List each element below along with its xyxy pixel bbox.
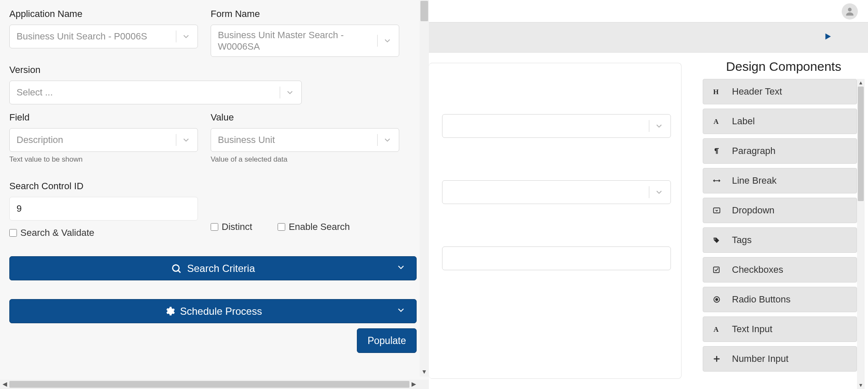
field-label: Field bbox=[9, 112, 198, 123]
field-select[interactable]: Description bbox=[9, 128, 198, 152]
canvas-dropdown-2[interactable] bbox=[442, 180, 671, 204]
textinput-icon: A bbox=[712, 325, 722, 333]
number-icon bbox=[712, 355, 722, 363]
svg-text:A: A bbox=[714, 325, 719, 333]
toolbar bbox=[429, 22, 868, 53]
checkboxes-icon bbox=[712, 266, 722, 274]
form-name-value: Business Unit Master Search - W0006SA bbox=[218, 29, 372, 53]
component-label[interactable]: ALabel bbox=[703, 109, 857, 134]
component-checkboxes[interactable]: Checkboxes bbox=[703, 257, 857, 283]
chevron-down-icon bbox=[181, 32, 191, 41]
scroll-right-icon[interactable]: ▶ bbox=[412, 381, 416, 387]
component-label: Label bbox=[732, 116, 755, 127]
scrollbar-thumb[interactable] bbox=[858, 87, 864, 201]
search-validate-label: Search & Validate bbox=[20, 227, 94, 238]
play-icon bbox=[823, 32, 832, 41]
component-label: Paragraph bbox=[732, 146, 776, 157]
component-label: Header Text bbox=[732, 86, 782, 97]
paragraph-icon bbox=[712, 147, 722, 155]
scrollbar-thumb[interactable] bbox=[9, 381, 409, 388]
config-panel: Application Name Business Unit Search - … bbox=[0, 0, 429, 389]
enable-search-input[interactable] bbox=[278, 223, 285, 231]
component-label: Line Break bbox=[732, 175, 776, 186]
component-dropdown[interactable]: Dropdown bbox=[703, 198, 857, 223]
search-control-input[interactable] bbox=[9, 197, 198, 221]
application-name-value: Business Unit Search - P0006S bbox=[17, 31, 171, 42]
svg-line-1 bbox=[178, 270, 181, 272]
canvas-form bbox=[429, 63, 682, 379]
dropdown-icon bbox=[712, 206, 722, 215]
scroll-down-icon[interactable]: ▼ bbox=[858, 382, 863, 388]
user-avatar[interactable] bbox=[842, 3, 858, 20]
left-horizontal-scrollbar[interactable]: ◀ ▶ bbox=[0, 380, 429, 389]
chevron-down-icon bbox=[383, 135, 392, 145]
schedule-process-bar[interactable]: Schedule Process bbox=[9, 299, 417, 323]
distinct-label: Distinct bbox=[222, 221, 252, 232]
search-criteria-bar[interactable]: Search Criteria bbox=[9, 256, 417, 280]
svg-point-2 bbox=[848, 8, 852, 11]
svg-point-0 bbox=[173, 265, 179, 271]
search-control-label: Search Control ID bbox=[9, 181, 198, 192]
gear-icon bbox=[164, 306, 175, 317]
tags-icon bbox=[712, 236, 722, 244]
component-label: Checkboxes bbox=[732, 264, 783, 275]
scrollbar-thumb[interactable] bbox=[420, 1, 428, 21]
left-vertical-scrollbar[interactable]: ▼ bbox=[420, 0, 429, 377]
component-label: Tags bbox=[732, 235, 751, 246]
version-label: Version bbox=[9, 64, 302, 76]
top-header bbox=[429, 0, 868, 22]
svg-point-11 bbox=[716, 299, 718, 301]
enable-search-checkbox[interactable]: Enable Search bbox=[278, 221, 350, 232]
chevron-down-icon bbox=[285, 88, 295, 97]
value-label: Value bbox=[211, 112, 399, 123]
user-icon bbox=[844, 6, 855, 17]
play-button[interactable] bbox=[823, 32, 832, 43]
chevron-down-icon bbox=[396, 262, 406, 275]
search-validate-checkbox[interactable]: Search & Validate bbox=[9, 227, 198, 238]
component-linebreak[interactable]: Line Break bbox=[703, 168, 857, 193]
linebreak-icon bbox=[712, 176, 722, 185]
component-header[interactable]: HHeader Text bbox=[703, 79, 857, 104]
svg-rect-7 bbox=[714, 208, 720, 213]
schedule-process-label: Schedule Process bbox=[180, 305, 262, 317]
svg-rect-9 bbox=[714, 267, 719, 272]
distinct-input[interactable] bbox=[211, 223, 218, 231]
version-select[interactable]: Select ... bbox=[9, 81, 302, 104]
chevron-down-icon bbox=[654, 121, 664, 131]
svg-text:A: A bbox=[714, 118, 719, 126]
form-name-select[interactable]: Business Unit Master Search - W0006SA bbox=[211, 25, 399, 57]
svg-marker-3 bbox=[826, 34, 831, 40]
populate-button[interactable]: Populate bbox=[357, 328, 417, 353]
scroll-left-icon[interactable]: ◀ bbox=[3, 381, 7, 387]
component-radio[interactable]: Radio Buttons bbox=[703, 287, 857, 312]
value-select[interactable]: Business Unit bbox=[211, 128, 399, 152]
component-number[interactable]: Number Input bbox=[703, 346, 857, 372]
search-icon bbox=[171, 263, 182, 274]
value-value: Business Unit bbox=[218, 134, 372, 146]
distinct-checkbox[interactable]: Distinct bbox=[211, 221, 252, 232]
component-paragraph[interactable]: Paragraph bbox=[703, 138, 857, 164]
component-tags[interactable]: Tags bbox=[703, 227, 857, 253]
svg-point-8 bbox=[715, 238, 716, 240]
scroll-down-icon[interactable]: ▼ bbox=[421, 368, 427, 375]
component-label: Text Input bbox=[732, 324, 772, 335]
value-helper: Value of a selected data bbox=[211, 155, 399, 164]
chevron-down-icon bbox=[181, 135, 191, 145]
radio-icon bbox=[712, 295, 722, 304]
field-helper: Text value to be shown bbox=[9, 155, 198, 164]
header-icon: H bbox=[712, 87, 722, 96]
scroll-up-icon[interactable]: ▲ bbox=[858, 80, 863, 86]
canvas-text-input[interactable] bbox=[442, 246, 671, 270]
components-scrollbar[interactable]: ▲ ▼ bbox=[857, 79, 865, 389]
application-name-label: Application Name bbox=[9, 8, 198, 20]
version-placeholder: Select ... bbox=[17, 87, 275, 98]
canvas-dropdown-1[interactable] bbox=[442, 114, 671, 138]
chevron-down-icon bbox=[383, 36, 392, 45]
chevron-down-icon bbox=[396, 305, 406, 318]
application-name-select[interactable]: Business Unit Search - P0006S bbox=[9, 25, 198, 48]
component-textinput[interactable]: AText Input bbox=[703, 316, 857, 342]
enable-search-label: Enable Search bbox=[289, 221, 350, 232]
components-title: Design Components bbox=[703, 59, 865, 79]
search-validate-input[interactable] bbox=[9, 229, 17, 237]
svg-text:H: H bbox=[713, 88, 719, 96]
